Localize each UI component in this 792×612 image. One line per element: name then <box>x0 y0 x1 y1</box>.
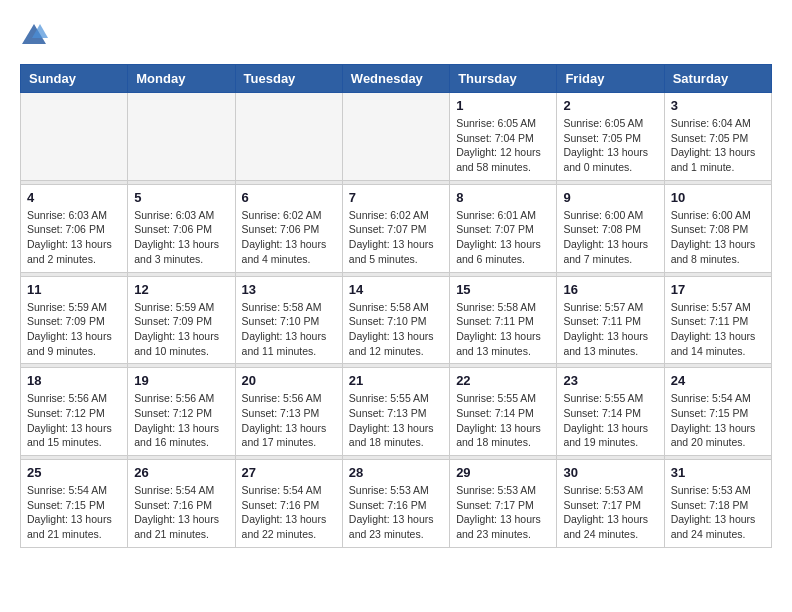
day-number: 21 <box>349 373 443 388</box>
col-header-tuesday: Tuesday <box>235 65 342 93</box>
col-header-thursday: Thursday <box>450 65 557 93</box>
day-number: 28 <box>349 465 443 480</box>
page-header <box>20 20 772 48</box>
calendar-cell: 6Sunrise: 6:02 AM Sunset: 7:06 PM Daylig… <box>235 184 342 272</box>
day-number: 5 <box>134 190 228 205</box>
calendar-cell: 19Sunrise: 5:56 AM Sunset: 7:12 PM Dayli… <box>128 368 235 456</box>
day-number: 22 <box>456 373 550 388</box>
logo-icon <box>20 20 48 48</box>
day-number: 8 <box>456 190 550 205</box>
calendar-cell: 2Sunrise: 6:05 AM Sunset: 7:05 PM Daylig… <box>557 93 664 181</box>
calendar-cell: 10Sunrise: 6:00 AM Sunset: 7:08 PM Dayli… <box>664 184 771 272</box>
day-number: 29 <box>456 465 550 480</box>
calendar-cell: 13Sunrise: 5:58 AM Sunset: 7:10 PM Dayli… <box>235 276 342 364</box>
calendar-cell: 12Sunrise: 5:59 AM Sunset: 7:09 PM Dayli… <box>128 276 235 364</box>
calendar-cell: 22Sunrise: 5:55 AM Sunset: 7:14 PM Dayli… <box>450 368 557 456</box>
day-info: Sunrise: 5:56 AM Sunset: 7:13 PM Dayligh… <box>242 391 336 450</box>
calendar-cell <box>235 93 342 181</box>
day-number: 9 <box>563 190 657 205</box>
calendar-cell: 26Sunrise: 5:54 AM Sunset: 7:16 PM Dayli… <box>128 460 235 548</box>
calendar-week-0: 1Sunrise: 6:05 AM Sunset: 7:04 PM Daylig… <box>21 93 772 181</box>
day-info: Sunrise: 6:05 AM Sunset: 7:05 PM Dayligh… <box>563 116 657 175</box>
day-info: Sunrise: 5:58 AM Sunset: 7:11 PM Dayligh… <box>456 300 550 359</box>
calendar-cell: 4Sunrise: 6:03 AM Sunset: 7:06 PM Daylig… <box>21 184 128 272</box>
day-number: 6 <box>242 190 336 205</box>
day-number: 31 <box>671 465 765 480</box>
day-number: 17 <box>671 282 765 297</box>
calendar-week-2: 11Sunrise: 5:59 AM Sunset: 7:09 PM Dayli… <box>21 276 772 364</box>
calendar-cell: 8Sunrise: 6:01 AM Sunset: 7:07 PM Daylig… <box>450 184 557 272</box>
calendar-cell: 21Sunrise: 5:55 AM Sunset: 7:13 PM Dayli… <box>342 368 449 456</box>
day-number: 10 <box>671 190 765 205</box>
day-number: 27 <box>242 465 336 480</box>
calendar-cell: 30Sunrise: 5:53 AM Sunset: 7:17 PM Dayli… <box>557 460 664 548</box>
day-info: Sunrise: 5:53 AM Sunset: 7:17 PM Dayligh… <box>563 483 657 542</box>
calendar-cell: 15Sunrise: 5:58 AM Sunset: 7:11 PM Dayli… <box>450 276 557 364</box>
day-info: Sunrise: 5:57 AM Sunset: 7:11 PM Dayligh… <box>563 300 657 359</box>
calendar-cell: 17Sunrise: 5:57 AM Sunset: 7:11 PM Dayli… <box>664 276 771 364</box>
day-info: Sunrise: 5:53 AM Sunset: 7:18 PM Dayligh… <box>671 483 765 542</box>
day-info: Sunrise: 5:55 AM Sunset: 7:14 PM Dayligh… <box>563 391 657 450</box>
calendar-cell: 3Sunrise: 6:04 AM Sunset: 7:05 PM Daylig… <box>664 93 771 181</box>
calendar-header-row: SundayMondayTuesdayWednesdayThursdayFrid… <box>21 65 772 93</box>
day-info: Sunrise: 6:03 AM Sunset: 7:06 PM Dayligh… <box>134 208 228 267</box>
calendar-week-1: 4Sunrise: 6:03 AM Sunset: 7:06 PM Daylig… <box>21 184 772 272</box>
calendar-cell: 9Sunrise: 6:00 AM Sunset: 7:08 PM Daylig… <box>557 184 664 272</box>
day-info: Sunrise: 5:54 AM Sunset: 7:16 PM Dayligh… <box>134 483 228 542</box>
day-number: 13 <box>242 282 336 297</box>
day-info: Sunrise: 5:53 AM Sunset: 7:17 PM Dayligh… <box>456 483 550 542</box>
calendar-cell <box>128 93 235 181</box>
calendar-cell: 14Sunrise: 5:58 AM Sunset: 7:10 PM Dayli… <box>342 276 449 364</box>
calendar-cell: 1Sunrise: 6:05 AM Sunset: 7:04 PM Daylig… <box>450 93 557 181</box>
calendar-cell: 29Sunrise: 5:53 AM Sunset: 7:17 PM Dayli… <box>450 460 557 548</box>
day-info: Sunrise: 5:57 AM Sunset: 7:11 PM Dayligh… <box>671 300 765 359</box>
calendar-cell: 11Sunrise: 5:59 AM Sunset: 7:09 PM Dayli… <box>21 276 128 364</box>
day-number: 23 <box>563 373 657 388</box>
logo <box>20 20 50 48</box>
day-info: Sunrise: 5:54 AM Sunset: 7:15 PM Dayligh… <box>27 483 121 542</box>
day-info: Sunrise: 5:58 AM Sunset: 7:10 PM Dayligh… <box>349 300 443 359</box>
calendar-week-3: 18Sunrise: 5:56 AM Sunset: 7:12 PM Dayli… <box>21 368 772 456</box>
day-number: 26 <box>134 465 228 480</box>
calendar-cell: 24Sunrise: 5:54 AM Sunset: 7:15 PM Dayli… <box>664 368 771 456</box>
day-number: 20 <box>242 373 336 388</box>
day-number: 18 <box>27 373 121 388</box>
calendar-cell: 25Sunrise: 5:54 AM Sunset: 7:15 PM Dayli… <box>21 460 128 548</box>
day-number: 3 <box>671 98 765 113</box>
day-info: Sunrise: 6:02 AM Sunset: 7:06 PM Dayligh… <box>242 208 336 267</box>
day-info: Sunrise: 5:55 AM Sunset: 7:14 PM Dayligh… <box>456 391 550 450</box>
day-number: 14 <box>349 282 443 297</box>
calendar-cell: 28Sunrise: 5:53 AM Sunset: 7:16 PM Dayli… <box>342 460 449 548</box>
day-number: 7 <box>349 190 443 205</box>
day-number: 25 <box>27 465 121 480</box>
day-info: Sunrise: 5:53 AM Sunset: 7:16 PM Dayligh… <box>349 483 443 542</box>
day-number: 11 <box>27 282 121 297</box>
day-number: 15 <box>456 282 550 297</box>
day-number: 12 <box>134 282 228 297</box>
day-info: Sunrise: 6:00 AM Sunset: 7:08 PM Dayligh… <box>671 208 765 267</box>
day-info: Sunrise: 5:54 AM Sunset: 7:16 PM Dayligh… <box>242 483 336 542</box>
day-number: 19 <box>134 373 228 388</box>
calendar-cell: 5Sunrise: 6:03 AM Sunset: 7:06 PM Daylig… <box>128 184 235 272</box>
day-number: 1 <box>456 98 550 113</box>
day-number: 16 <box>563 282 657 297</box>
calendar-cell: 31Sunrise: 5:53 AM Sunset: 7:18 PM Dayli… <box>664 460 771 548</box>
day-info: Sunrise: 6:05 AM Sunset: 7:04 PM Dayligh… <box>456 116 550 175</box>
calendar-cell <box>342 93 449 181</box>
col-header-saturday: Saturday <box>664 65 771 93</box>
col-header-friday: Friday <box>557 65 664 93</box>
calendar-cell: 7Sunrise: 6:02 AM Sunset: 7:07 PM Daylig… <box>342 184 449 272</box>
day-info: Sunrise: 5:55 AM Sunset: 7:13 PM Dayligh… <box>349 391 443 450</box>
calendar-table: SundayMondayTuesdayWednesdayThursdayFrid… <box>20 64 772 548</box>
calendar-cell: 27Sunrise: 5:54 AM Sunset: 7:16 PM Dayli… <box>235 460 342 548</box>
day-info: Sunrise: 5:54 AM Sunset: 7:15 PM Dayligh… <box>671 391 765 450</box>
day-number: 30 <box>563 465 657 480</box>
day-info: Sunrise: 6:00 AM Sunset: 7:08 PM Dayligh… <box>563 208 657 267</box>
calendar-cell: 18Sunrise: 5:56 AM Sunset: 7:12 PM Dayli… <box>21 368 128 456</box>
day-info: Sunrise: 5:59 AM Sunset: 7:09 PM Dayligh… <box>134 300 228 359</box>
calendar-week-4: 25Sunrise: 5:54 AM Sunset: 7:15 PM Dayli… <box>21 460 772 548</box>
day-number: 24 <box>671 373 765 388</box>
col-header-sunday: Sunday <box>21 65 128 93</box>
calendar-cell <box>21 93 128 181</box>
col-header-monday: Monday <box>128 65 235 93</box>
